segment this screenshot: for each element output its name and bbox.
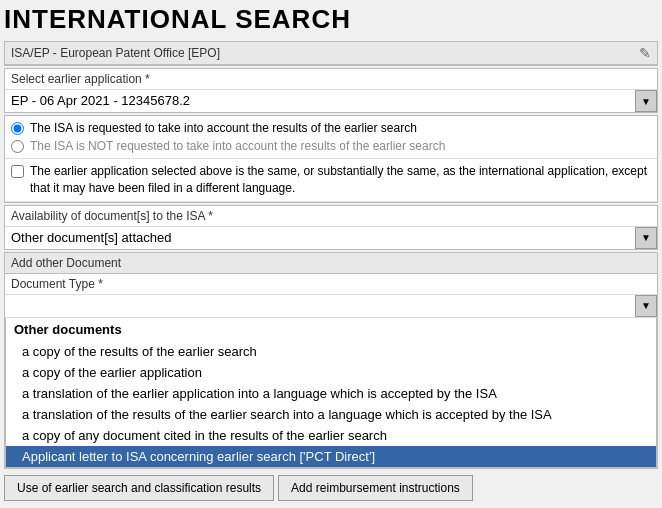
dropdown-item-4[interactable]: a translation of the results of the earl…: [6, 404, 656, 425]
dropdown-item-2[interactable]: a copy of the earlier application: [6, 362, 656, 383]
same-application-checkbox[interactable]: [11, 165, 24, 178]
document-type-value: [5, 295, 635, 317]
isa-label: ISA/EP - European Patent Office [EPO]: [11, 46, 220, 60]
dropdown-list: Other documents a copy of the results of…: [5, 318, 657, 468]
dropdown-item-3[interactable]: a translation of the earlier application…: [6, 383, 656, 404]
document-type-label: Document Type *: [5, 274, 657, 295]
page-title: INTERNATIONAL SEARCH: [4, 4, 658, 35]
radio-isa-no[interactable]: [11, 140, 24, 153]
dropdown-item-5[interactable]: a copy of any document cited in the resu…: [6, 425, 656, 446]
radio-isa-yes[interactable]: [11, 122, 24, 135]
add-reimbursement-button[interactable]: Add reimbursement instructions: [278, 475, 473, 501]
radio-isa-yes-label: The ISA is requested to take into accoun…: [30, 121, 417, 135]
dropdown-item-1[interactable]: a copy of the results of the earlier sea…: [6, 341, 656, 362]
select-application-value: EP - 06 Apr 2021 - 12345678.2: [5, 90, 635, 112]
availability-dropdown[interactable]: ▼: [635, 227, 657, 249]
availability-value: Other document[s] attached: [5, 227, 635, 249]
dropdown-item-6[interactable]: Applicant letter to ISA concerning earli…: [6, 446, 656, 467]
use-earlier-search-button[interactable]: Use of earlier search and classification…: [4, 475, 274, 501]
dropdown-group-label: Other documents: [6, 318, 656, 341]
add-other-document-header: Add other Document: [4, 252, 658, 274]
same-application-label: The earlier application selected above i…: [30, 163, 651, 197]
radio-isa-no-label: The ISA is NOT requested to take into ac…: [30, 139, 445, 153]
edit-icon[interactable]: ✎: [639, 45, 651, 61]
document-type-dropdown-arrow[interactable]: ▼: [635, 295, 657, 317]
select-application-label: Select earlier application *: [11, 72, 651, 86]
select-application-dropdown[interactable]: ▼: [635, 90, 657, 112]
availability-label: Availability of document[s] to the ISA *: [5, 206, 657, 227]
